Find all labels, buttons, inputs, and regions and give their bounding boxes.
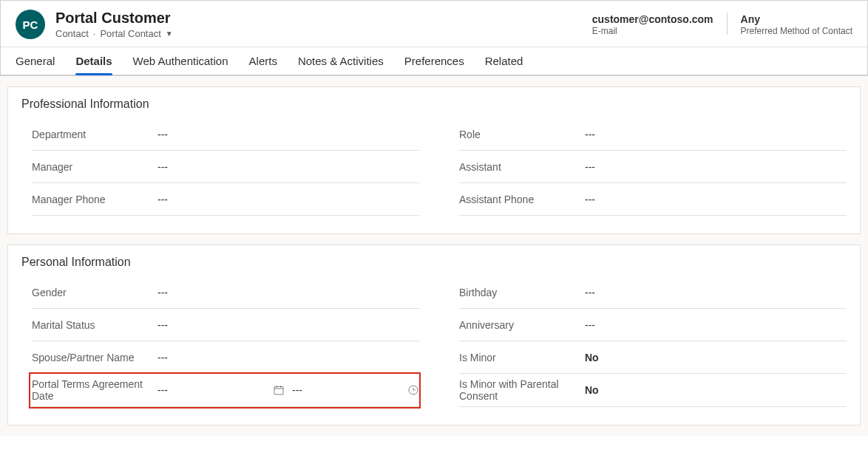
section-title: Professional Information	[21, 98, 847, 111]
header-field-value: Any	[741, 13, 852, 26]
tab-preferences[interactable]: Preferences	[404, 47, 464, 75]
chevron-down-icon: ▼	[166, 30, 173, 38]
field-value: ---	[157, 352, 419, 363]
field-value: ---	[157, 129, 419, 140]
tab-general[interactable]: General	[16, 47, 55, 75]
tab-details[interactable]: Details	[75, 47, 112, 75]
field-value: No	[585, 352, 847, 363]
field-label: Birthday	[459, 287, 585, 298]
section-professional-information: Professional Information Department --- …	[7, 86, 861, 234]
field-value: ---	[585, 287, 847, 298]
field-value: No	[585, 384, 847, 396]
tab-related[interactable]: Related	[485, 47, 523, 75]
field-value: --- ---	[157, 384, 419, 396]
field-label: Is Minor	[459, 352, 585, 363]
field-label: Manager	[32, 161, 157, 173]
field-anniversary[interactable]: Anniversary ---	[459, 309, 847, 341]
time-value: ---	[292, 384, 302, 396]
header-divider	[727, 13, 728, 35]
field-value: ---	[157, 161, 419, 173]
tab-bar: General Details Web Authentication Alert…	[1, 47, 867, 75]
header-summary: customer@contoso.com E-mail Any Preferre…	[592, 13, 852, 38]
form-body: Professional Information Department --- …	[0, 76, 868, 436]
page-title: Portal Customer	[55, 10, 592, 27]
field-spouse-partner-name[interactable]: Spouse/Partner Name ---	[32, 341, 419, 374]
tab-notes-activities[interactable]: Notes & Activities	[298, 47, 384, 75]
header-field-contact-method[interactable]: Any Preferred Method of Contact	[741, 13, 852, 38]
form-name: Portal Contact	[100, 28, 160, 39]
field-assistant[interactable]: Assistant ---	[459, 151, 847, 183]
clock-icon[interactable]	[407, 384, 419, 396]
field-role[interactable]: Role ---	[459, 118, 847, 151]
field-label: Assistant	[459, 161, 585, 173]
tab-web-authentication[interactable]: Web Authentication	[133, 47, 228, 75]
field-label: Gender	[32, 287, 157, 298]
field-value: ---	[585, 129, 847, 140]
field-assistant-phone[interactable]: Assistant Phone ---	[459, 183, 847, 216]
field-manager[interactable]: Manager ---	[32, 151, 419, 183]
field-label: Anniversary	[459, 319, 585, 331]
section-personal-information: Personal Information Gender --- Marital …	[7, 245, 861, 426]
field-label: Manager Phone	[32, 194, 157, 205]
field-value: ---	[157, 319, 419, 331]
field-manager-phone[interactable]: Manager Phone ---	[32, 183, 419, 216]
field-label: Assistant Phone	[459, 194, 585, 205]
field-marital-status[interactable]: Marital Status ---	[32, 309, 419, 341]
section-title: Personal Information	[21, 256, 847, 269]
record-header: PC Portal Customer Contact · Portal Cont…	[1, 1, 867, 47]
field-value: ---	[157, 194, 419, 205]
field-value: ---	[585, 319, 847, 331]
svg-rect-0	[274, 386, 283, 394]
date-value: ---	[157, 384, 168, 396]
entity-name: Contact	[55, 28, 89, 39]
field-birthday[interactable]: Birthday ---	[459, 276, 847, 309]
field-label: Portal Terms Agreement Date	[32, 378, 157, 402]
field-label: Role	[459, 129, 585, 140]
tab-alerts[interactable]: Alerts	[249, 47, 277, 75]
field-department[interactable]: Department ---	[32, 118, 419, 151]
field-value: ---	[585, 161, 847, 173]
field-portal-terms-agreement-date[interactable]: Portal Terms Agreement Date ---	[32, 374, 419, 407]
highlight-portal-terms: Portal Terms Agreement Date ---	[30, 374, 419, 407]
form-selector[interactable]: Contact · Portal Contact ▼	[55, 28, 592, 39]
header-field-label: Preferred Method of Contact	[741, 26, 852, 38]
field-is-minor-with-parental-consent[interactable]: Is Minor with Parental Consent No	[459, 374, 847, 407]
field-gender[interactable]: Gender ---	[32, 276, 419, 309]
field-label: Spouse/Partner Name	[32, 352, 157, 363]
avatar: PC	[16, 10, 45, 39]
field-is-minor[interactable]: Is Minor No	[459, 341, 847, 374]
field-value: ---	[157, 287, 419, 298]
header-field-value: customer@contoso.com	[592, 13, 713, 26]
header-field-label: E-mail	[592, 26, 713, 38]
field-label: Marital Status	[32, 319, 157, 331]
header-field-email[interactable]: customer@contoso.com E-mail	[592, 13, 713, 38]
field-label: Department	[32, 129, 157, 140]
subtitle-separator: ·	[93, 28, 96, 39]
calendar-icon[interactable]	[273, 384, 285, 396]
field-label: Is Minor with Parental Consent	[459, 378, 585, 402]
field-value: ---	[585, 194, 847, 205]
